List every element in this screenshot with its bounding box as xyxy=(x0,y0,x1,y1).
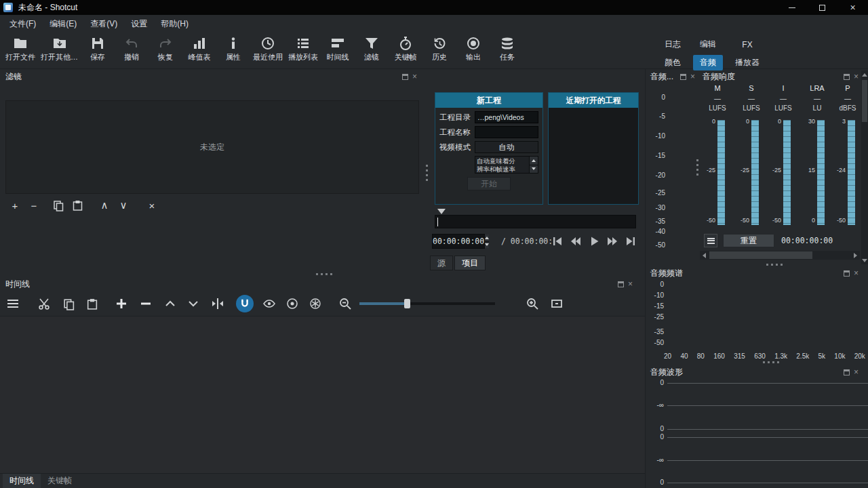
scroll-up-icon[interactable] xyxy=(861,70,868,79)
paste-filters-button[interactable] xyxy=(69,197,85,214)
skip-to-end-button[interactable] xyxy=(623,234,638,249)
bottom-tab-timeline[interactable]: 时间线 xyxy=(3,474,41,488)
copy-button[interactable] xyxy=(60,295,77,312)
menu-help[interactable]: 帮助(H) xyxy=(154,16,195,33)
menu-edit[interactable]: 编辑(E) xyxy=(43,16,83,33)
jobs-button[interactable]: 任务 xyxy=(490,36,524,62)
menu-settings[interactable]: 设置 xyxy=(124,16,154,33)
dock-vertical-scrollbar[interactable] xyxy=(861,70,868,264)
layout-audio-button[interactable]: 音频 xyxy=(693,55,723,70)
float-panel-icon[interactable] xyxy=(844,369,850,375)
timeline-menu-button[interactable] xyxy=(4,295,22,312)
open-other-button[interactable]: 打开其他… xyxy=(38,36,81,62)
save-button[interactable]: 保存 xyxy=(81,36,115,62)
layout-logs-button[interactable]: 日志 xyxy=(658,37,688,52)
play-button[interactable] xyxy=(586,234,601,249)
move-filter-up-button[interactable]: ∧ xyxy=(96,197,113,214)
layout-editing-button[interactable]: 编辑 xyxy=(693,37,723,52)
float-panel-icon[interactable] xyxy=(680,74,686,80)
bottom-tab-keyframes[interactable]: 关键帧 xyxy=(41,474,79,488)
timecode-spin-down[interactable] xyxy=(485,241,489,249)
close-panel-icon[interactable]: × xyxy=(854,368,859,376)
layout-player-button[interactable]: 播放器 xyxy=(728,55,766,70)
minimize-button[interactable] xyxy=(776,0,807,15)
loudness-horizontal-scrollbar[interactable] xyxy=(700,251,860,260)
zoom-slider[interactable] xyxy=(359,302,495,305)
player-seek-bar[interactable] xyxy=(435,215,636,228)
cut-button[interactable] xyxy=(35,295,53,312)
ripple-toggle[interactable] xyxy=(283,295,301,312)
float-panel-icon[interactable] xyxy=(618,281,624,287)
undo-button[interactable]: 撤销 xyxy=(115,36,149,62)
properties-button[interactable]: 属性 xyxy=(216,36,250,62)
skip-to-start-button[interactable] xyxy=(549,234,565,249)
keyframes-button[interactable]: 关键帧 xyxy=(389,36,422,62)
project-dir-input[interactable]: …peng\Videos xyxy=(475,111,538,123)
loudness-menu-button[interactable] xyxy=(704,234,717,247)
export-button[interactable]: 输出 xyxy=(456,36,490,62)
tab-project[interactable]: 项目 xyxy=(454,256,486,270)
close-panel-icon[interactable]: × xyxy=(690,73,695,81)
recent-button[interactable]: 最近使用 xyxy=(250,36,285,62)
seek-marker-icon[interactable] xyxy=(437,209,446,214)
redo-button[interactable]: 恢复 xyxy=(149,36,182,62)
float-panel-icon[interactable] xyxy=(844,74,850,80)
ripple-delete-button[interactable] xyxy=(137,295,155,312)
spectrum-splitter-handle[interactable] xyxy=(763,361,781,363)
fast-forward-button[interactable] xyxy=(604,234,620,249)
close-panel-icon[interactable]: × xyxy=(412,73,417,81)
append-button[interactable] xyxy=(113,295,130,312)
filters-timeline-splitter-handle[interactable] xyxy=(316,273,334,275)
zoom-in-button[interactable] xyxy=(524,295,541,312)
spin-up-button[interactable] xyxy=(530,157,538,165)
copy-filters-button[interactable] xyxy=(50,197,66,214)
filters-splitter-handle[interactable] xyxy=(426,165,428,182)
scroll-down-icon[interactable] xyxy=(861,256,868,264)
zoom-fit-button[interactable] xyxy=(548,295,566,312)
float-panel-icon[interactable] xyxy=(402,74,408,80)
video-mode-button[interactable]: 自动 xyxy=(475,141,538,153)
start-button[interactable]: 开始 xyxy=(467,177,511,190)
overwrite-button[interactable] xyxy=(184,295,202,312)
recent-projects-list[interactable] xyxy=(549,108,638,204)
paste-button[interactable] xyxy=(83,295,100,312)
float-panel-icon[interactable] xyxy=(844,270,850,277)
lift-button[interactable] xyxy=(161,295,179,312)
loudness-reset-button[interactable]: 重置 xyxy=(723,234,774,247)
remove-filter-button[interactable]: − xyxy=(26,197,42,214)
project-name-input[interactable] xyxy=(475,126,538,138)
layout-fx-button[interactable]: FX xyxy=(735,38,759,52)
audio-panels-splitter-handle[interactable] xyxy=(696,159,698,177)
move-filter-down-button[interactable]: ∨ xyxy=(115,197,132,214)
scrub-while-dragging-toggle[interactable] xyxy=(260,295,278,312)
spin-down-button[interactable] xyxy=(530,165,538,174)
zoom-out-button[interactable] xyxy=(336,295,354,312)
playlist-button[interactable]: 播放列表 xyxy=(285,36,321,62)
split-button[interactable] xyxy=(209,295,226,312)
maximize-button[interactable] xyxy=(807,0,837,15)
ripple-all-toggle[interactable] xyxy=(307,295,324,312)
deselect-filter-button[interactable]: × xyxy=(144,197,160,214)
close-panel-icon[interactable]: × xyxy=(854,73,859,81)
timecode-spin-up[interactable] xyxy=(485,235,489,241)
menu-view[interactable]: 查看(V) xyxy=(83,16,124,33)
close-button[interactable]: × xyxy=(837,0,868,15)
position-timecode-field[interactable]: 00:00:00:00 xyxy=(432,234,485,249)
scrollbar-thumb[interactable] xyxy=(709,251,812,259)
scrollbar-thumb[interactable] xyxy=(862,80,867,122)
scroll-left-icon[interactable] xyxy=(700,251,709,260)
scroll-right-icon[interactable] xyxy=(851,251,860,260)
rewind-button[interactable] xyxy=(568,234,583,249)
snap-toggle[interactable] xyxy=(236,295,254,312)
history-button[interactable]: 历史 xyxy=(422,36,456,62)
close-panel-icon[interactable]: × xyxy=(854,269,859,277)
peak-meter-button[interactable]: 峰值表 xyxy=(182,36,216,62)
layout-color-button[interactable]: 颜色 xyxy=(658,55,688,70)
timeline-button[interactable]: 时间线 xyxy=(321,36,355,62)
tab-source[interactable]: 源 xyxy=(430,256,453,270)
timeline-tracks-area[interactable] xyxy=(0,316,645,473)
zoom-slider-handle[interactable] xyxy=(404,299,410,308)
close-panel-icon[interactable]: × xyxy=(628,280,633,288)
video-mode-note[interactable]: 自动意味着分辨率和帧速率 xyxy=(475,156,538,174)
filters-button[interactable]: 滤镜 xyxy=(355,36,389,62)
